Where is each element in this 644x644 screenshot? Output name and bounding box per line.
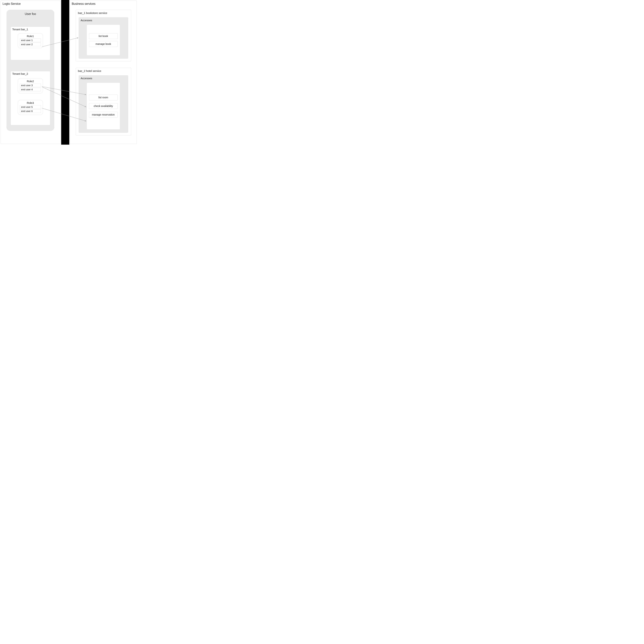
end-user-4: end user 4	[20, 88, 41, 91]
business-services-panel: Business services baz_1 bookstore servic…	[70, 1, 137, 144]
role3-box: Role3 end user 5 end user 6	[18, 100, 43, 115]
tenant-bar2-box: Tenant bar_2 Role2 end user 3 end user 4…	[11, 71, 50, 125]
business-services-title: Business services	[70, 1, 137, 6]
role2-box: Role2 end user 3 end user 4	[18, 78, 43, 93]
role1-title: Role1	[20, 35, 41, 38]
tenant-bar2-title: Tenant bar_2	[11, 71, 50, 76]
hotel-service-title: baz_2 hotel service	[76, 68, 131, 74]
hotel-service-box: baz_2 hotel service Accesses list room c…	[76, 68, 131, 135]
vertical-divider	[61, 0, 69, 145]
perm-check-availability: check availability	[89, 103, 118, 109]
bookstore-accesses-box: Accesses list book manage book	[79, 17, 128, 59]
user-foo-title: User foo	[7, 10, 54, 16]
bookstore-access-list: list book manage book	[87, 25, 120, 56]
hotel-accesses-box: Accesses list room check availability ma…	[79, 75, 128, 133]
tenant-bar1-title: Tenant bar_1	[11, 27, 50, 32]
end-user-2: end user 2	[20, 43, 41, 46]
role3-title: Role3	[20, 101, 41, 104]
perm-list-room: list room	[89, 95, 118, 100]
user-foo-box: User foo Tenant bar_1 Role1 end user 1 e…	[7, 10, 54, 131]
bookstore-service-title: baz_1 bookstore service	[76, 10, 131, 16]
perm-manage-book: manage book	[89, 41, 118, 47]
role2-title: Role2	[20, 80, 41, 83]
bookstore-accesses-title: Accesses	[79, 18, 128, 23]
end-user-3: end user 3	[20, 84, 41, 87]
tenant-bar1-box: Tenant bar_1 Role1 end user 1 end user 2	[11, 27, 50, 60]
hotel-access-list: list room check availability manage rese…	[87, 83, 120, 130]
logto-service-title: Logto Service	[1, 1, 61, 6]
end-user-1: end user 1	[20, 39, 41, 42]
bookstore-service-box: baz_1 bookstore service Accesses list bo…	[76, 10, 131, 61]
diagram-stage: Logto Service User foo Tenant bar_1 Role…	[0, 0, 137, 145]
perm-list-book: list book	[89, 33, 118, 39]
role1-box: Role1 end user 1 end user 2	[18, 33, 43, 48]
hotel-accesses-title: Accesses	[79, 75, 128, 81]
logto-service-panel: Logto Service User foo Tenant bar_1 Role…	[1, 1, 61, 144]
perm-manage-reservation: manage reservation	[89, 112, 118, 118]
end-user-6: end user 6	[20, 109, 41, 113]
end-user-5: end user 5	[20, 105, 41, 109]
